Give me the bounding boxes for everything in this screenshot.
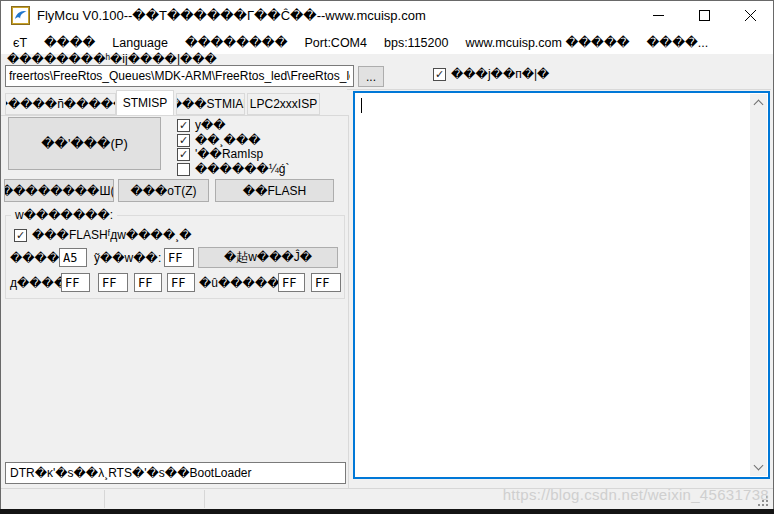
menu-item-website[interactable]: www.mcuisp.com ����� — [461, 35, 633, 50]
menu-item-3[interactable]: �������� — [181, 35, 292, 50]
close-button[interactable] — [727, 1, 773, 30]
right-pane-top-divider — [347, 89, 771, 90]
tab-serial[interactable]: �����ñ����� — [5, 93, 116, 115]
data-byte-0-input[interactable] — [61, 273, 90, 292]
maximize-button[interactable] — [681, 1, 727, 30]
byte-ff-input[interactable] — [164, 248, 194, 267]
hex-file-path-input[interactable] — [5, 65, 354, 87]
scroll-down-icon[interactable] — [754, 461, 764, 471]
option-checkbox-2[interactable]: ✓ '��RamIsp — [177, 147, 263, 161]
menu-item-1[interactable]: ���� — [40, 35, 99, 50]
flash-protect-label: ���FLASHᶠдw����¸� — [32, 228, 192, 242]
row2-label: д���� — [10, 276, 66, 290]
data-byte-2-input[interactable] — [134, 273, 162, 292]
data-byte-1-input[interactable] — [98, 273, 128, 292]
status-divider — [204, 490, 205, 508]
menu-item-port[interactable]: Port:COM4 — [300, 36, 371, 50]
option-checkbox-3[interactable]: ������¼ǵ` — [177, 162, 290, 176]
watermark-text: https://blog.csdn.net/weixin_45631738 — [503, 486, 769, 503]
menu-item-7[interactable]: ����... — [643, 35, 713, 50]
title-bar: FlyMcu V0.100--��T������Г��Ĉ��--www.mcui… — [1, 1, 773, 31]
option-checkbox-0[interactable]: ✓ у�� — [177, 118, 226, 132]
start-programming-button[interactable]: ��'���(P) — [8, 117, 161, 170]
scroll-up-icon[interactable] — [754, 100, 764, 110]
flash-protect-checkbox[interactable]: ✓ ���FLASHᶠдw����¸� — [14, 228, 192, 242]
flymcu-window: FlyMcu V0.100--��T������Г��Ĉ��--www.mcui… — [0, 0, 774, 509]
option-label-0: у�� — [195, 118, 226, 132]
verify-checkbox-label: ���j��п�|� — [451, 67, 549, 81]
menu-item-bps[interactable]: bps:115200 — [380, 36, 452, 50]
tab-page-divider — [1, 115, 349, 116]
desktop-strip — [0, 509, 774, 514]
text-cursor — [361, 98, 362, 113]
window-title: FlyMcu V0.100--��T������Г��Ĉ��--www.mcui… — [37, 1, 426, 31]
bootloader-mode-select[interactable]: DTR�κ'�s��λ¸RTS�'�s��BootLoader — [5, 462, 346, 484]
row2-label-2: �û�����0 — [199, 276, 286, 290]
menu-item-language[interactable]: Language — [108, 36, 172, 50]
minimize-button[interactable] — [635, 1, 681, 30]
data-byte-5-input[interactable] — [311, 273, 341, 292]
log-output-area[interactable] — [353, 91, 770, 479]
data-byte-4-input[interactable] — [278, 273, 305, 292]
write-option-bytes-button[interactable]: �趈w���Ĵ� — [198, 247, 338, 268]
verify-checkbox[interactable]: ✓ ���j��п�|� — [433, 67, 549, 81]
erase-flash-button[interactable]: ��FLASH — [215, 179, 334, 202]
tab-stmiap[interactable]: ���STMIAP — [176, 93, 245, 115]
check-icon: ✓ — [14, 229, 27, 242]
menu-bar: єT ���� Language �������� Port:COM4 bps:… — [1, 31, 773, 54]
browse-file-button[interactable]: ... — [358, 66, 384, 87]
menu-item-et[interactable]: єT — [9, 36, 31, 50]
minimize-icon — [653, 10, 664, 21]
data-byte-3-input[interactable] — [167, 273, 195, 292]
row1-label-2: ỹ��w��: — [94, 251, 161, 265]
status-divider — [104, 490, 105, 508]
option-label-2: '��RamIsp — [195, 147, 263, 161]
checkbox-empty-icon — [177, 163, 190, 176]
log-scrollbar[interactable] — [750, 94, 767, 476]
stop-button[interactable]: ���oT(Z) — [118, 179, 209, 202]
tab-stmisp[interactable]: STMISP — [116, 90, 174, 116]
check-icon: ✓ — [433, 68, 446, 81]
maximize-icon — [699, 10, 710, 21]
hex-file-label: ��������ʰ�ij����|��� — [7, 52, 217, 66]
read-device-button[interactable]: ▸��������Ш(R — [4, 179, 114, 202]
check-icon: ✓ — [177, 119, 190, 132]
option-label-3: ������¼ǵ` — [195, 162, 290, 176]
byte-a5-input[interactable] — [59, 248, 87, 267]
check-icon: ✓ — [177, 134, 190, 147]
option-bytes-group: ✓ ���FLASHᶠдw����¸� �����( ỹ��w��: �趈w��… — [5, 215, 345, 299]
option-label-1: ��¸��� — [195, 133, 261, 147]
close-icon — [745, 10, 756, 21]
option-checkbox-1[interactable]: ✓ ��¸��� — [177, 133, 261, 147]
check-icon: ✓ — [177, 148, 190, 161]
option-bytes-group-title: w�������: — [11, 208, 117, 222]
bootloader-mode-value: DTR�κ'�s��λ¸RTS�'�s��BootLoader — [10, 466, 252, 480]
app-logo-icon — [11, 6, 30, 25]
window-controls — [635, 1, 773, 31]
panel-vertical-divider — [348, 115, 349, 488]
tab-lpc2xxxisp[interactable]: LPC2xxxISP — [247, 93, 320, 115]
